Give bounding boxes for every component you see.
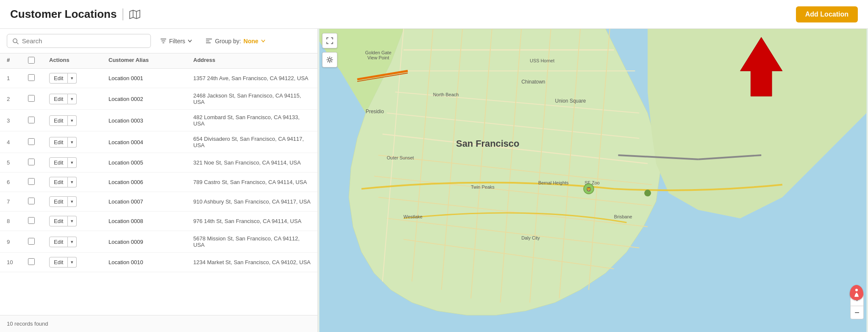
row-number: 6 (7, 179, 28, 185)
row-checkbox[interactable] (28, 178, 35, 185)
location-alias: Location 0006 (108, 179, 193, 185)
location-address: 789 Castro St, San Francisco, CA 94114, … (193, 179, 311, 185)
row-checkbox[interactable] (28, 117, 35, 123)
row-number: 7 (7, 198, 28, 205)
svg-text:USS Hornet: USS Hornet (530, 58, 554, 63)
table-header: # Actions Customer Alias Address (0, 53, 317, 69)
row-checkbox[interactable] (28, 198, 35, 204)
row-actions-cell: Edit ▾ (49, 216, 108, 226)
location-alias: Location 0003 (108, 117, 193, 124)
svg-text:San Francisco: San Francisco (456, 138, 519, 149)
edit-dropdown-button[interactable]: ▾ (68, 157, 77, 168)
row-checkbox[interactable] (28, 217, 35, 224)
row-actions-cell: Edit ▾ (49, 157, 108, 168)
row-checkbox[interactable] (28, 138, 35, 145)
zoom-out-button[interactable]: − (850, 306, 864, 319)
edit-button[interactable]: Edit (49, 237, 68, 247)
action-group: Edit ▾ (49, 157, 108, 168)
edit-button[interactable]: Edit (49, 177, 68, 187)
action-group: Edit ▾ (49, 196, 108, 207)
svg-marker-0 (130, 10, 140, 19)
search-wrapper (7, 34, 151, 48)
row-checkbox-cell (28, 198, 49, 206)
groupby-icon (206, 38, 212, 44)
edit-dropdown-button[interactable]: ▾ (68, 257, 77, 268)
row-checkbox[interactable] (28, 238, 35, 245)
fullscreen-icon (326, 37, 333, 44)
select-all-checkbox[interactable] (28, 57, 35, 64)
map-icon-button[interactable] (129, 10, 140, 19)
edit-button[interactable]: Edit (49, 73, 68, 84)
edit-dropdown-button[interactable]: ▾ (68, 137, 77, 148)
table-row: 10 Edit ▾ Location 0010 1234 Market St, … (0, 253, 317, 272)
row-checkbox[interactable] (28, 95, 35, 102)
edit-button[interactable]: Edit (49, 137, 68, 148)
fullscreen-button[interactable] (322, 33, 337, 48)
col-address-header: Address (193, 57, 311, 65)
edit-dropdown-button[interactable]: ▾ (68, 94, 77, 104)
groupby-button[interactable]: Group by: None (201, 35, 269, 47)
edit-button[interactable]: Edit (49, 196, 68, 207)
row-checkbox[interactable] (28, 74, 35, 81)
row-checkbox-cell (28, 258, 49, 266)
row-number: 4 (7, 139, 28, 145)
svg-text:🦁: 🦁 (586, 187, 592, 192)
svg-text:Union Square: Union Square (555, 98, 586, 104)
row-number: 5 (7, 159, 28, 166)
row-number: 9 (7, 239, 28, 245)
location-alias: Location 0009 (108, 239, 193, 245)
row-actions-cell: Edit ▾ (49, 196, 108, 207)
location-address: 910 Ashbury St, San Francisco, CA 94117,… (193, 198, 311, 205)
map-settings-button[interactable] (322, 52, 337, 67)
row-actions-cell: Edit ▾ (49, 257, 108, 268)
edit-dropdown-button[interactable]: ▾ (68, 196, 77, 207)
location-address: 2468 Jackson St, San Francisco, CA 94115… (193, 92, 311, 105)
location-address: 321 Noe St, San Francisco, CA 94114, USA (193, 159, 311, 166)
street-view-pegman[interactable] (850, 285, 863, 300)
edit-dropdown-button[interactable]: ▾ (68, 115, 77, 126)
edit-dropdown-button[interactable]: ▾ (68, 237, 77, 247)
filters-button[interactable]: Filters (156, 35, 196, 47)
action-group: Edit ▾ (49, 115, 108, 126)
search-icon (12, 38, 19, 45)
groupby-chevron-icon (261, 39, 265, 42)
search-input[interactable] (22, 37, 145, 45)
location-alias: Location 0005 (108, 159, 193, 166)
table-row: 5 Edit ▾ Location 0005 321 Noe St, San F… (0, 153, 317, 173)
edit-button[interactable]: Edit (49, 257, 68, 268)
action-group: Edit ▾ (49, 137, 108, 148)
table-row: 9 Edit ▾ Location 0009 5678 Mission St, … (0, 231, 317, 253)
row-checkbox-cell (28, 238, 49, 246)
main-content: Filters Group by: None (0, 29, 868, 332)
map-controls (322, 33, 337, 48)
col-actions-header: Actions (49, 57, 108, 65)
svg-line-4 (17, 42, 18, 44)
row-checkbox[interactable] (28, 159, 35, 165)
header-left: Customer Locations (10, 8, 140, 21)
add-location-button[interactable]: Add Location (796, 6, 858, 22)
edit-button[interactable]: Edit (49, 216, 68, 226)
table-row: 6 Edit ▾ Location 0006 789 Castro St, Sa… (0, 173, 317, 192)
settings-icon (326, 56, 333, 63)
row-checkbox-cell (28, 95, 49, 103)
filter-icon (160, 38, 167, 44)
row-number: 10 (7, 259, 28, 265)
svg-text:Westlake: Westlake (403, 214, 423, 219)
filters-label: Filters (169, 38, 185, 45)
records-count: 10 records found (7, 321, 48, 327)
edit-button[interactable]: Edit (49, 115, 68, 126)
edit-dropdown-button[interactable]: ▾ (68, 73, 77, 84)
row-checkbox[interactable] (28, 258, 35, 265)
edit-button[interactable]: Edit (49, 94, 68, 104)
filter-chevron-icon (188, 39, 192, 42)
edit-button[interactable]: Edit (49, 157, 68, 168)
svg-text:Chinatown: Chinatown (521, 79, 545, 85)
edit-dropdown-button[interactable]: ▾ (68, 177, 77, 187)
location-alias: Location 0010 (108, 259, 193, 265)
edit-dropdown-button[interactable]: ▾ (68, 216, 77, 226)
list-panel: Filters Group by: None (0, 29, 318, 332)
row-actions-cell: Edit ▾ (49, 94, 108, 104)
table-row: 7 Edit ▾ Location 0007 910 Ashbury St, S… (0, 192, 317, 212)
svg-point-55 (644, 190, 651, 196)
map-panel: San Francisco Golden Gate View Point Pre… (318, 29, 868, 332)
